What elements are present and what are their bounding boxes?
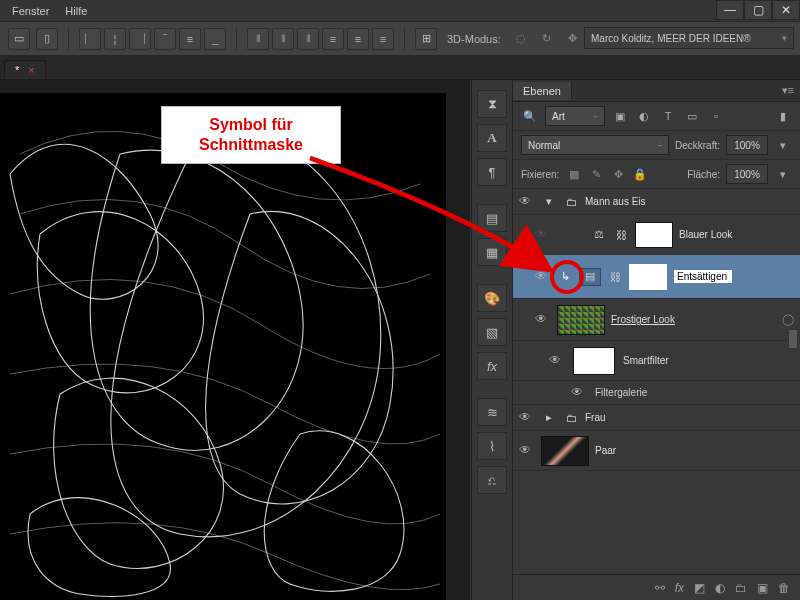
filter-kind-dropdown[interactable]: Art ÷ — [545, 106, 605, 126]
visibility-eye-icon[interactable]: 👁 — [519, 443, 535, 459]
chevron-down-icon[interactable]: ▾ — [774, 136, 792, 154]
fx-icon[interactable]: fx — [675, 581, 684, 595]
new-layer-icon[interactable]: ▣ — [757, 581, 768, 595]
paragraph-panel-icon[interactable]: ¶ — [477, 158, 507, 186]
layer-row-selected[interactable]: 👁 ↳ ▤ ⛓ — [513, 255, 800, 299]
visibility-eye-icon[interactable]: 👁 — [535, 312, 551, 328]
layer-mask-thumb[interactable] — [629, 264, 667, 290]
user-name: Marco Kolditz, MEER DER IDEEN® — [591, 33, 751, 44]
styles-panel-icon[interactable]: fx — [477, 352, 507, 380]
trash-icon[interactable]: 🗑 — [778, 581, 790, 595]
align-left-icon[interactable]: ⎸ — [79, 28, 101, 50]
distribute-icon[interactable]: ⫴ — [247, 28, 269, 50]
layer-name: Frostiger Look — [611, 314, 675, 325]
distribute-icon[interactable]: ⫴ — [297, 28, 319, 50]
option-icon[interactable]: ▭ — [8, 28, 30, 50]
align-center-icon[interactable]: ¦ — [104, 28, 126, 50]
disclosure-triangle-icon[interactable]: ▸ — [541, 410, 557, 426]
distribute-icon[interactable]: ≡ — [322, 28, 344, 50]
lock-pixels-icon[interactable]: ✎ — [587, 166, 605, 182]
smartfilter-label: Smartfilter — [623, 355, 669, 366]
visibility-eye-icon[interactable]: 👁 — [519, 194, 535, 210]
filter-shape-icon[interactable]: ▭ — [683, 107, 701, 125]
opacity-label: Deckkraft: — [675, 140, 720, 151]
color-panel-icon[interactable]: 🎨 — [477, 284, 507, 312]
group-icon[interactable]: 🗀 — [735, 581, 747, 595]
filter-entry-row[interactable]: 👁 Filtergalerie — [513, 381, 800, 405]
maximize-button[interactable]: ▢ — [744, 0, 772, 20]
search-icon[interactable]: 🔍 — [521, 107, 539, 125]
filter-adjust-icon[interactable]: ◐ — [635, 107, 653, 125]
channels-panel-icon[interactable]: ▦ — [477, 238, 507, 266]
pan-icon[interactable]: ✥ — [563, 29, 583, 49]
filter-toggle-icon[interactable]: ▮ — [774, 107, 792, 125]
close-button[interactable]: ✕ — [772, 0, 800, 20]
align-middle-icon[interactable]: ≡ — [179, 28, 201, 50]
visibility-eye-icon[interactable]: 👁 — [571, 385, 587, 401]
menu-help[interactable]: Hilfe — [65, 5, 87, 17]
document-tab[interactable]: * × — [4, 60, 46, 79]
layer-mask-thumb[interactable] — [635, 222, 673, 248]
lock-transparency-icon[interactable]: ▩ — [565, 166, 583, 182]
navigator-panel-icon[interactable]: ▤ — [477, 204, 507, 232]
layer-thumb[interactable] — [557, 305, 605, 335]
distribute-icon[interactable]: ≡ — [347, 28, 369, 50]
blend-mode-value: Normal — [528, 140, 560, 151]
lock-all-icon[interactable]: 🔒 — [631, 166, 649, 182]
user-badge[interactable]: Marco Kolditz, MEER DER IDEEN® ▾ — [584, 27, 794, 49]
distribute-icon[interactable]: ≡ — [372, 28, 394, 50]
filter-type-icon[interactable]: T — [659, 107, 677, 125]
blend-mode-dropdown[interactable]: Normal ÷ — [521, 135, 669, 155]
chevron-down-icon[interactable]: ▾ — [774, 165, 792, 183]
scrollbar-thumb[interactable] — [788, 329, 798, 349]
minimize-button[interactable]: — — [716, 0, 744, 20]
swatches-panel-icon[interactable]: ▧ — [477, 318, 507, 346]
layer-row[interactable]: 👁 ⚖ ⛓ Blauer Look — [513, 215, 800, 255]
filter-pixel-icon[interactable]: ▣ — [611, 107, 629, 125]
layer-group-row[interactable]: 👁 ▾ 🗀 Mann aus Eis — [513, 189, 800, 215]
chevron-down-icon: ÷ — [658, 141, 662, 150]
visibility-eye-icon[interactable]: 👁 — [519, 410, 535, 426]
filter-smart-icon[interactable]: ▫ — [707, 107, 725, 125]
lock-position-icon[interactable]: ✥ — [609, 166, 627, 182]
disclosure-triangle-icon[interactable]: ▾ — [541, 194, 557, 210]
clipping-mask-icon: ↳ — [557, 269, 573, 285]
layer-row[interactable]: 👁 Frostiger Look ◯ — [513, 299, 800, 341]
brush-panel-icon[interactable]: ≋ — [477, 398, 507, 426]
distribute-group: ⫴ ⫴ ⫴ ≡ ≡ ≡ — [247, 28, 394, 50]
filter-mask-thumb[interactable] — [573, 347, 615, 375]
smart-filters-row[interactable]: 👁 Smartfilter — [513, 341, 800, 381]
visibility-eye-icon[interactable]: 👁 — [549, 353, 565, 369]
brushpresets-panel-icon[interactable]: ⌇ — [477, 432, 507, 460]
adjustment-icon[interactable]: ◐ — [715, 581, 725, 595]
menu-window[interactable]: Fenster — [12, 5, 49, 17]
distribute-icon[interactable]: ⫴ — [272, 28, 294, 50]
layer-group-row[interactable]: 👁 ▸ 🗀 Frau — [513, 405, 800, 431]
layer-thumb[interactable] — [541, 436, 589, 466]
clone-panel-icon[interactable]: ⎌ — [477, 466, 507, 494]
align-top-icon[interactable]: ‾ — [154, 28, 176, 50]
folder-icon: 🗀 — [563, 194, 579, 210]
align-bottom-icon[interactable]: _ — [204, 28, 226, 50]
history-panel-icon[interactable]: ⧗ — [477, 90, 507, 118]
character-panel-icon[interactable]: A — [477, 124, 507, 152]
auto-align-icon[interactable]: ⊞ — [415, 28, 437, 50]
canvas[interactable] — [0, 94, 445, 600]
fill-field[interactable]: 100% — [726, 164, 768, 184]
align-right-icon[interactable]: ⎹ — [129, 28, 151, 50]
layer-rename-input[interactable] — [673, 269, 733, 284]
tab-layers[interactable]: Ebenen — [513, 82, 572, 100]
visibility-eye-icon[interactable]: 👁 — [535, 269, 551, 285]
panel-menu-icon[interactable]: ▾≡ — [782, 84, 794, 97]
rotate-icon[interactable]: ↻ — [537, 29, 557, 49]
link-layers-icon[interactable]: ⚯ — [655, 581, 665, 595]
artwork-preview — [0, 94, 445, 600]
panels-column: Ebenen ▾≡ 🔍 Art ÷ ▣ ◐ T ▭ ▫ ▮ Normal ÷ D… — [513, 80, 800, 600]
mask-icon[interactable]: ◩ — [694, 581, 705, 595]
close-tab-icon[interactable]: × — [28, 64, 34, 76]
visibility-eye-icon[interactable]: 👁 — [535, 227, 551, 243]
opacity-field[interactable]: 100% — [726, 135, 768, 155]
option-icon[interactable]: ▯ — [36, 28, 58, 50]
layer-row[interactable]: 👁 Paar — [513, 431, 800, 471]
orbit-icon[interactable]: ◌ — [511, 29, 531, 49]
